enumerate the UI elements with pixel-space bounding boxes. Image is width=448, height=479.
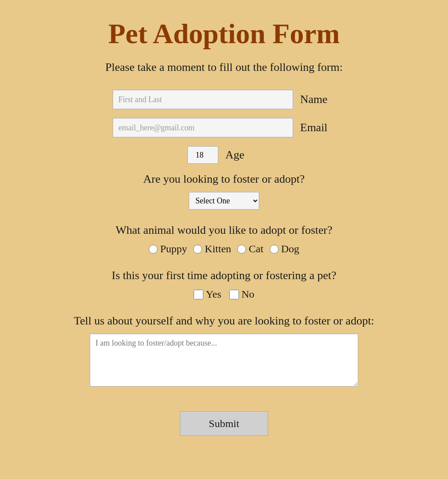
about-yourself-textarea[interactable] — [90, 334, 358, 387]
age-input[interactable] — [187, 146, 218, 164]
email-label: Email — [300, 121, 335, 134]
about-yourself-block: Tell us about yourself and why you are l… — [18, 314, 430, 387]
animal-radio-group: Puppy Kitten Cat Dog — [149, 243, 299, 255]
name-label: Name — [300, 93, 335, 106]
radio-kitten[interactable] — [193, 245, 202, 254]
first-time-checkbox-group: Yes No — [194, 288, 254, 300]
radio-kitten-label: Kitten — [205, 243, 231, 255]
email-field-row: Email — [113, 118, 335, 137]
animal-choice-question: What animal would you like to adopt or f… — [116, 224, 332, 237]
checkbox-yes-item[interactable]: Yes — [194, 288, 221, 300]
radio-cat-item[interactable]: Cat — [237, 243, 263, 255]
radio-dog-item[interactable]: Dog — [270, 243, 299, 255]
radio-puppy-item[interactable]: Puppy — [149, 243, 187, 255]
name-field-row: Name — [113, 90, 335, 109]
email-input[interactable] — [113, 118, 293, 137]
checkbox-no[interactable] — [229, 290, 239, 299]
radio-cat[interactable] — [237, 245, 246, 254]
radio-dog-label: Dog — [281, 243, 299, 255]
foster-adopt-block: Are you looking to foster or adopt? Sele… — [18, 173, 430, 210]
checkbox-no-item[interactable]: No — [229, 288, 254, 300]
about-yourself-question: Tell us about yourself and why you are l… — [74, 314, 375, 328]
radio-dog[interactable] — [270, 245, 279, 254]
age-label: Age — [225, 148, 261, 162]
form-subtitle: Please take a moment to fill out the fol… — [105, 61, 342, 74]
name-input[interactable] — [113, 90, 293, 109]
first-time-block: Is this your first time adopting or fost… — [18, 269, 430, 300]
radio-cat-label: Cat — [249, 243, 263, 255]
radio-kitten-item[interactable]: Kitten — [193, 243, 231, 255]
page-container: Pet Adoption Form Please take a moment t… — [0, 0, 448, 479]
radio-puppy[interactable] — [149, 245, 158, 254]
animal-choice-block: What animal would you like to adopt or f… — [18, 224, 430, 255]
foster-adopt-question: Are you looking to foster or adopt? — [143, 173, 305, 186]
checkbox-yes-label: Yes — [206, 288, 221, 300]
page-title: Pet Adoption Form — [108, 18, 340, 50]
checkbox-no-label: No — [242, 288, 254, 300]
first-time-question: Is this your first time adopting or fost… — [112, 269, 337, 282]
submit-button[interactable]: Submit — [180, 411, 268, 436]
foster-adopt-select[interactable]: Select One Foster Adopt Both — [189, 192, 259, 210]
age-field-row: Age — [187, 146, 261, 164]
checkbox-yes[interactable] — [194, 290, 203, 299]
form-section: Name Email Age Are you looking to foster… — [18, 90, 430, 436]
radio-puppy-label: Puppy — [160, 243, 187, 255]
